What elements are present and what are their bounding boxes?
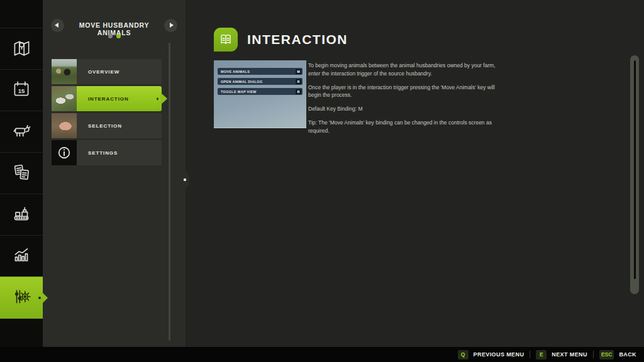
keybind-bar: OPEN ANIMAL DIALOG R <box>218 78 303 85</box>
hint-separator <box>593 351 594 358</box>
back-hint[interactable]: ESC BACK <box>599 350 636 359</box>
next-menu-hint[interactable]: E NEXT MENU <box>536 350 587 359</box>
keybind-label: TOGGLE MAP VIEW <box>221 90 257 94</box>
content-scrollbar-groove <box>634 60 636 279</box>
content-header: INTERACTION <box>214 28 348 52</box>
hint-separator <box>530 351 530 358</box>
keybind-key: B <box>296 89 301 94</box>
help-book-icon <box>214 28 238 52</box>
previous-menu-hint[interactable]: Q PREVIOUS MENU <box>458 350 525 359</box>
section-item-label: INTERACTION <box>77 86 162 111</box>
rail-item-help-settings[interactable] <box>0 277 43 319</box>
help-topic-panel: MOVE HUSBANDRY ANIMALS OVERVIEW INTERACT… <box>43 0 186 347</box>
key-badge-q: Q <box>458 350 469 359</box>
tutorial-screenshot: MOVE ANIMALS M OPEN ANIMAL DIALOG R TOGG… <box>214 60 306 128</box>
next-topic-button[interactable] <box>164 19 177 32</box>
keybind-key: M <box>296 69 301 74</box>
page-dot <box>108 34 113 38</box>
left-icon-rail: 15 <box>0 0 43 362</box>
help-paragraph: Once the player is in the interaction tr… <box>308 84 501 100</box>
rail-item-production[interactable] <box>0 194 43 235</box>
selection-thumbnail <box>52 113 77 138</box>
key-badge-esc: ESC <box>599 350 614 359</box>
rail-item-map[interactable] <box>0 28 43 69</box>
rail-item-statistics[interactable] <box>0 235 43 277</box>
page-dot-active <box>116 34 121 38</box>
section-item-label: SETTINGS <box>77 140 162 165</box>
key-badge-e: E <box>536 350 547 359</box>
section-item-overview[interactable]: OVERVIEW <box>52 59 162 84</box>
section-item-interaction[interactable]: INTERACTION <box>52 86 162 111</box>
hint-label: NEXT MENU <box>552 351 587 358</box>
help-paragraph: Tip: The 'Move Animals' key binding can … <box>308 119 501 135</box>
section-item-selection[interactable]: SELECTION <box>52 113 162 138</box>
rail-item-animals[interactable] <box>0 111 43 152</box>
hint-label: PREVIOUS MENU <box>474 351 525 358</box>
info-icon <box>52 140 77 165</box>
content-scrollbar[interactable] <box>630 55 639 294</box>
interaction-thumbnail <box>52 86 77 111</box>
statistics-icon <box>10 244 33 269</box>
rail-item-calendar[interactable]: 15 <box>0 69 43 111</box>
section-item-label: OVERVIEW <box>77 59 162 84</box>
sidebar-scrollbar[interactable] <box>169 43 170 341</box>
page-title: INTERACTION <box>247 32 348 47</box>
animals-icon <box>10 119 33 145</box>
rail-item-contracts[interactable] <box>0 152 43 194</box>
calendar-icon: 15 <box>10 78 33 103</box>
footer-hint-bar: Q PREVIOUS MENU E NEXT MENU ESC BACK <box>0 347 644 362</box>
production-icon <box>10 202 33 228</box>
topic-section-list: OVERVIEW INTERACTION SELECTION SETTINGS <box>52 59 162 167</box>
keybind-label: MOVE ANIMALS <box>221 70 250 74</box>
overview-thumbnail <box>52 59 77 84</box>
previous-topic-button[interactable] <box>51 19 64 32</box>
page-dots <box>43 34 186 38</box>
help-paragraph: To begin moving animals between the anim… <box>308 62 501 78</box>
help-text: To begin moving animals between the anim… <box>308 62 501 140</box>
svg-text:15: 15 <box>18 87 25 94</box>
keybind-label: OPEN ANIMAL DIALOG <box>221 80 263 84</box>
keybind-bar: TOGGLE MAP VIEW B <box>218 88 303 95</box>
map-icon <box>10 36 33 62</box>
help-content-area: INTERACTION MOVE ANIMALS M OPEN ANIMAL D… <box>186 0 644 347</box>
keybind-bar: MOVE ANIMALS M <box>218 68 303 75</box>
keybind-key: R <box>296 79 301 84</box>
section-item-settings[interactable]: SETTINGS <box>52 140 162 165</box>
help-settings-icon <box>10 285 33 310</box>
hint-label: BACK <box>619 351 636 358</box>
section-item-label: SELECTION <box>77 113 162 138</box>
contracts-icon <box>10 161 33 186</box>
help-paragraph: Default Key Binding: M <box>308 105 501 113</box>
